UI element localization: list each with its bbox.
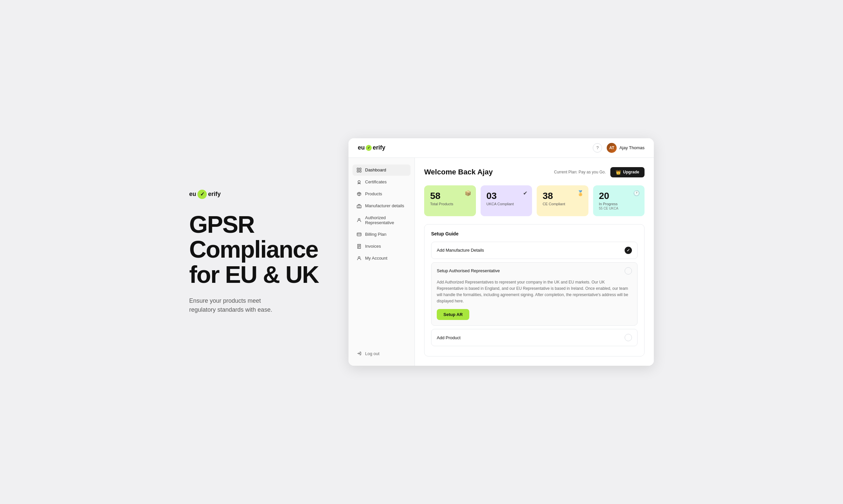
page-title: Welcome Back Ajay: [424, 168, 493, 176]
setup-item-ar: Setup Authorised Representative Add Auth…: [431, 262, 638, 326]
app-body: Dashboard Certificates P: [348, 158, 654, 366]
user-name: Ajay Thomas: [619, 145, 644, 150]
header-right: Current Plan: Pay as you Go. 👑 Upgrade: [554, 167, 644, 177]
setup-item-ar-description: Add Authorized Representatives to repres…: [437, 279, 632, 305]
logout-icon: [357, 351, 362, 356]
sidebar-item-dashboard-label: Dashboard: [365, 167, 386, 173]
svg-rect-2: [357, 170, 359, 172]
sidebar-item-certificates-label: Certificates: [365, 179, 386, 184]
svg-rect-7: [357, 233, 361, 236]
stat-progress-sublabel: 55 CE UKCA: [599, 206, 639, 210]
stat-ce-label: CE Compliant: [543, 202, 583, 206]
app-header-right: ? AT Ajay Thomas: [593, 143, 644, 153]
setup-check-done-icon: [625, 247, 632, 254]
left-logo-erify: erify: [208, 191, 221, 198]
setup-guide-title: Setup Guide: [431, 231, 638, 236]
setup-item-product-title: Add Product: [437, 335, 461, 340]
svg-rect-1: [359, 168, 361, 170]
setup-item-manufacture-header[interactable]: Add Manufacture Details: [431, 242, 637, 259]
stat-ukca-compliant: ✔ 03 UKCA Compliant: [481, 185, 532, 216]
setup-ar-button[interactable]: Setup AR: [437, 309, 469, 320]
setup-item-manufacture-title: Add Manufacture Details: [437, 248, 484, 253]
svg-rect-3: [359, 170, 361, 172]
svg-rect-0: [357, 168, 359, 170]
logout-button[interactable]: Log out: [352, 348, 411, 359]
left-logo-check-icon: [197, 190, 207, 199]
sidebar-item-products-label: Products: [365, 191, 382, 196]
sidebar-item-invoices[interactable]: Invoices: [352, 241, 411, 252]
box-icon: [357, 191, 362, 197]
upgrade-label: Upgrade: [623, 170, 639, 175]
setup-item-product-header[interactable]: Add Product: [431, 329, 637, 346]
setup-item-ar-body: Add Authorized Representatives to repres…: [431, 279, 637, 326]
sidebar-item-my-account[interactable]: My Account: [352, 253, 411, 264]
stat-ce-number: 38: [543, 191, 583, 201]
sidebar-item-certificates[interactable]: Certificates: [352, 176, 411, 188]
check-badge-icon: ✔: [523, 190, 527, 196]
sidebar-item-invoices-label: Invoices: [365, 244, 381, 249]
setup-guide: Setup Guide Add Manufacture Details Se: [424, 224, 644, 357]
page-wrapper: eu erify GPSRCompliancefor EU & UK Ensur…: [0, 0, 843, 504]
avatar: AT: [607, 143, 617, 153]
app-logo: eu erify: [358, 144, 385, 151]
sidebar-item-dashboard[interactable]: Dashboard: [352, 164, 411, 176]
current-plan-label: Current Plan: Pay as you Go.: [554, 170, 606, 175]
setup-item-manufacture: Add Manufacture Details: [431, 242, 638, 259]
setup-item-product: Add Product: [431, 329, 638, 346]
invoice-icon: [357, 244, 362, 249]
stat-ukca-number: 03: [486, 191, 527, 201]
stat-ce-compliant: 🏅 38 CE Compliant: [537, 185, 588, 216]
stat-total-products: 📦 58 Total Products: [424, 185, 476, 216]
app-logo-erify: erify: [373, 144, 385, 151]
account-icon: [357, 256, 362, 261]
app-logo-check-icon: [366, 145, 372, 151]
sidebar-item-authorized-rep-label: Authorized Representative: [365, 215, 407, 225]
setup-check-product-icon: [625, 334, 632, 341]
grid-icon: [357, 167, 362, 173]
stat-progress-number: 20: [599, 191, 639, 201]
building-icon: [357, 203, 362, 209]
svg-rect-5: [357, 205, 361, 208]
stat-total-number: 58: [430, 191, 470, 201]
main-content: Welcome Back Ajay Current Plan: Pay as y…: [415, 158, 654, 366]
setup-check-empty-icon: [625, 267, 632, 274]
package-icon: 📦: [465, 190, 471, 196]
certificate-icon: [357, 179, 362, 185]
content-area: eu erify GPSRCompliancefor EU & UK Ensur…: [189, 138, 654, 366]
setup-item-ar-title: Setup Authorised Representative: [437, 268, 500, 273]
sidebar-item-billing[interactable]: Billing Plan: [352, 229, 411, 240]
sidebar-item-manufacturer[interactable]: Manufacturer details: [352, 200, 411, 212]
page-header: Welcome Back Ajay Current Plan: Pay as y…: [424, 167, 644, 177]
billing-icon: [357, 232, 362, 237]
user-rep-icon: [357, 217, 362, 223]
setup-item-ar-header[interactable]: Setup Authorised Representative: [431, 263, 637, 279]
hero-title: GPSRCompliancefor EU & UK: [189, 212, 329, 287]
upgrade-button[interactable]: 👑 Upgrade: [610, 167, 644, 177]
help-button[interactable]: ?: [593, 143, 602, 152]
stats-grid: 📦 58 Total Products ✔ 03 UKCA Compliant …: [424, 185, 644, 216]
left-panel: eu erify GPSRCompliancefor EU & UK Ensur…: [189, 190, 329, 315]
left-logo-eu: eu: [189, 191, 196, 198]
svg-point-4: [358, 180, 360, 183]
app-logo-eu: eu: [358, 144, 365, 151]
logout-label: Log out: [365, 351, 379, 356]
sidebar-bottom: Log out: [348, 348, 414, 359]
medal-icon: 🏅: [577, 190, 584, 196]
sidebar-item-billing-label: Billing Plan: [365, 232, 386, 237]
app-header: eu erify ? AT Ajay Thomas: [348, 138, 654, 158]
user-info[interactable]: AT Ajay Thomas: [607, 143, 644, 153]
hero-subtitle: Ensure your products meetregulatory stan…: [189, 296, 329, 314]
crown-icon: 👑: [616, 170, 621, 175]
stat-progress-label: In Progress: [599, 202, 639, 206]
app-window: eu erify ? AT Ajay Thomas: [348, 138, 654, 366]
sidebar-item-my-account-label: My Account: [365, 256, 387, 260]
sidebar-item-authorized-rep[interactable]: Authorized Representative: [352, 212, 411, 228]
sidebar-nav: Dashboard Certificates P: [348, 164, 414, 264]
sidebar-item-products[interactable]: Products: [352, 188, 411, 200]
clock-icon: 🕐: [633, 190, 640, 196]
stat-ukca-label: UKCA Compliant: [486, 202, 527, 206]
stat-total-label: Total Products: [430, 202, 470, 206]
left-logo: eu erify: [189, 190, 329, 199]
sidebar: Dashboard Certificates P: [348, 158, 415, 366]
sidebar-item-manufacturer-label: Manufacturer details: [365, 203, 404, 208]
